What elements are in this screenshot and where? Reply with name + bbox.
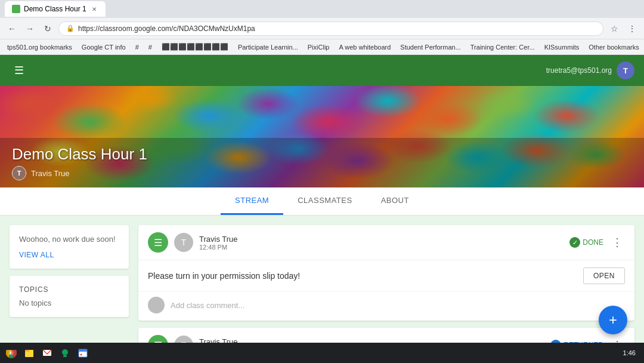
- view-all-link[interactable]: VIEW ALL: [19, 251, 119, 259]
- teacher-avatar: T: [12, 166, 26, 180]
- status-done-badge: ✓ DONE: [569, 237, 603, 248]
- bookmark-item[interactable]: #: [145, 42, 156, 52]
- user-email: truetra5@tps501.org: [546, 66, 612, 75]
- compose-fab-button[interactable]: +: [599, 306, 627, 334]
- url-text: https://classroom.google.com/c/NDA3OCMwN…: [78, 24, 255, 33]
- topics-label: TOPICS: [19, 285, 119, 294]
- bookmark-item[interactable]: Other bookmarks: [585, 42, 642, 52]
- lock-icon: 🔒: [66, 24, 75, 32]
- hamburger-menu-button[interactable]: ☰: [10, 59, 29, 82]
- card-user-name: Travis True: [199, 235, 564, 244]
- forward-button[interactable]: →: [23, 21, 37, 36]
- card-menu-button[interactable]: ⋮: [609, 233, 625, 251]
- card-body: Please turn in your permission slip toda…: [138, 260, 634, 291]
- svg-rect-6: [63, 355, 67, 357]
- taskbar-time: 1:46: [623, 349, 640, 356]
- tab-close-button[interactable]: ✕: [90, 5, 98, 13]
- svg-point-9: [80, 354, 82, 356]
- tab-stream[interactable]: STREAM: [221, 187, 283, 215]
- comment-avatar: [148, 297, 165, 313]
- svg-rect-8: [79, 349, 87, 352]
- card-title: Please turn in your permission slip toda…: [148, 271, 300, 281]
- tab-title-text: Demo Class Hour 1: [24, 5, 86, 13]
- card-user-avatar: T: [174, 233, 193, 252]
- svg-point-5: [62, 349, 68, 355]
- fab-plus-icon: +: [609, 312, 617, 328]
- bookmark-item[interactable]: tps501.org bookmarks: [4, 42, 76, 52]
- back-button[interactable]: ←: [5, 21, 19, 36]
- bookmark-star-button[interactable]: ☆: [607, 21, 621, 36]
- assignment-icon-symbol: ☰: [154, 237, 162, 248]
- bookmark-item[interactable]: Student Performan...: [397, 42, 465, 52]
- extensions-button[interactable]: ⋮: [625, 21, 639, 36]
- tab-classmates[interactable]: CLASSMATES: [283, 187, 366, 215]
- no-topics-text: No topics: [19, 299, 119, 307]
- taskbar-gmail-icon[interactable]: [39, 345, 55, 361]
- bookmark-item[interactable]: A web whiteboard: [335, 42, 394, 52]
- browser-toolbar: ← → ↻ 🔒 https://classroom.google.com/c/N…: [0, 18, 644, 39]
- tab-favicon-icon: [12, 5, 20, 13]
- assignment-icon: ☰: [148, 232, 168, 253]
- done-label: DONE: [583, 238, 603, 247]
- open-button[interactable]: OPEN: [583, 267, 625, 284]
- svg-rect-3: [25, 350, 29, 352]
- bookmark-item[interactable]: #: [132, 42, 143, 52]
- bookmark-item[interactable]: KISsummits: [541, 42, 583, 52]
- bookmark-item[interactable]: Google CT info: [78, 42, 129, 52]
- teacher-name: Travis True: [31, 169, 70, 178]
- class-header-overlay: Demo Class Hour 1 T Travis True: [0, 138, 644, 187]
- main-content: Woohoo, no work due soon! VIEW ALL TOPIC…: [0, 216, 644, 363]
- taskbar-hangouts-icon[interactable]: [57, 345, 73, 361]
- tab-about[interactable]: ABOUT: [367, 187, 423, 215]
- comment-input[interactable]: Add class comment...: [171, 301, 244, 310]
- user-avatar[interactable]: T: [617, 61, 634, 79]
- card-header: ☰ T Travis True 12:48 PM ✓ DONE ⋮: [138, 225, 634, 260]
- upcoming-work-card: Woohoo, no work due soon! VIEW ALL: [10, 225, 129, 269]
- bookmark-item[interactable]: ⬛⬛⬛⬛⬛⬛⬛⬛: [158, 42, 232, 52]
- bookmark-item[interactable]: Training Center: Cer...: [467, 42, 538, 52]
- reload-button[interactable]: ↻: [41, 21, 55, 36]
- taskbar: 1:46: [0, 343, 644, 363]
- done-icon: ✓: [569, 237, 580, 248]
- browser-titlebar: Demo Class Hour 1 ✕: [0, 0, 644, 18]
- tab-navigation: STREAM CLASSMATES ABOUT: [0, 187, 644, 216]
- card-comment-section: Add class comment...: [138, 291, 634, 321]
- bookmark-item[interactable]: PixiClip: [304, 42, 333, 52]
- taskbar-chrome-icon[interactable]: [4, 345, 19, 361]
- app-topbar: ☰ truetra5@tps501.org T: [0, 55, 644, 86]
- taskbar-files-icon[interactable]: [21, 345, 37, 361]
- card-user-info: Travis True 12:48 PM: [199, 235, 564, 251]
- card-time: 12:48 PM: [199, 244, 564, 251]
- topics-card: TOPICS No topics: [10, 276, 129, 317]
- browser-tab[interactable]: Demo Class Hour 1 ✕: [5, 1, 106, 17]
- class-title: Demo Class Hour 1: [12, 145, 632, 164]
- bookmarks-bar: tps501.org bookmarks Google CT info # # …: [0, 39, 644, 55]
- teacher-info: T Travis True: [12, 166, 632, 180]
- taskbar-calendar-icon[interactable]: [75, 345, 91, 361]
- bookmark-item[interactable]: Participate Learnin...: [234, 42, 302, 52]
- class-header-image: Demo Class Hour 1 T Travis True: [0, 86, 644, 187]
- no-work-text: Woohoo, no work due soon!: [19, 235, 119, 244]
- stream-card: ☰ T Travis True 12:48 PM ✓ DONE ⋮: [138, 225, 634, 321]
- card-status: ✓ DONE: [569, 237, 603, 248]
- address-bar[interactable]: 🔒 https://classroom.google.com/c/NDA3OCM…: [58, 21, 603, 36]
